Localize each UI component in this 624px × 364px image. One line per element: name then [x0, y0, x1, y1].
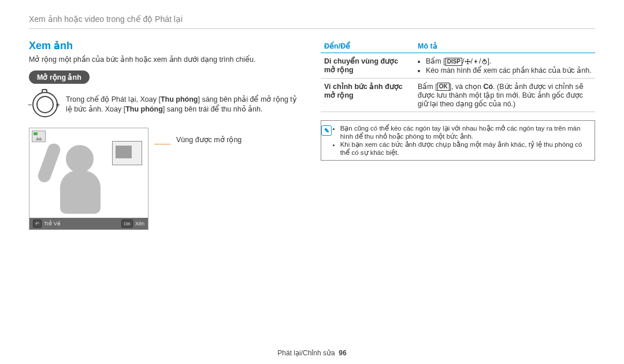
row1-label: Di chuyển vùng được mở rộng: [321, 53, 414, 79]
svg-point-3: [465, 61, 466, 62]
left-column: Xem ảnh Mở rộng một phần của bức ảnh hoặ…: [29, 39, 303, 230]
zoom-dial-icon: − +: [29, 90, 59, 120]
timer-icon: [481, 58, 488, 65]
svg-point-0: [466, 61, 469, 63]
lcd-bottom-bar: ↶ Trở Về OK Xén: [29, 218, 148, 229]
section-title: Xem ảnh: [29, 39, 303, 52]
note-item: Bạn cũng có thể kéo các ngón tay lại với…: [340, 124, 590, 140]
footer-section: Phát lại/Chỉnh sửa: [277, 349, 335, 357]
actions-table: Đến/Để Mô tả Di chuyển vùng được mở rộng…: [321, 39, 595, 112]
table-header-right: Mô tả: [414, 39, 595, 53]
table-row: Vi chỉnh bức ảnh được mở rộng Bấm [OK], …: [321, 78, 595, 112]
breadcrumb: Xem ảnh hoặc video trong chế độ Phát lại: [29, 14, 595, 29]
camera-lcd-preview: ↶ Trở Về OK Xén: [29, 128, 148, 230]
subsection-pill: Mở rộng ảnh: [29, 70, 90, 84]
table-header-left: Đến/Để: [321, 39, 414, 53]
back-label: Trở Về: [44, 221, 61, 226]
callout-line: [154, 144, 170, 144]
ok-button-icon: OK: [121, 220, 133, 228]
flower-icon: [465, 58, 471, 65]
note-item: Khi bạn xem các bức ảnh được chụp bằng m…: [340, 140, 590, 157]
disp-button-icon: DISP: [445, 58, 462, 66]
row2-label: Vi chỉnh bức ảnh được mở rộng: [321, 78, 414, 112]
svg-point-4: [469, 61, 470, 62]
thumbnail-icon: [32, 131, 46, 142]
row1-desc: Bấm [DISP///]. Kéo màn hình để xem các p…: [414, 53, 595, 79]
svg-point-2: [467, 63, 468, 64]
page-number: 96: [339, 349, 346, 357]
table-row: Di chuyển vùng được mở rộng Bấm [DISP///…: [321, 53, 595, 79]
person-silhouette: [38, 143, 113, 218]
dial-instruction: Trong chế độ Phát lại, Xoay [Thu phóng] …: [66, 95, 303, 115]
callout-label: Vùng được mở rộng: [176, 135, 242, 144]
info-icon: ✎: [321, 125, 332, 136]
ok-button-icon: OK: [437, 83, 450, 91]
row2-desc: Bấm [OK], và chọn Có. (Bức ảnh được vi c…: [414, 78, 595, 112]
minus-icon: −: [28, 101, 32, 109]
zoom-region-box: [112, 141, 142, 165]
note-box: ✎ Bạn cũng có thể kéo các ngón tay lại v…: [321, 120, 595, 161]
svg-marker-5: [474, 59, 478, 64]
svg-point-1: [467, 59, 468, 60]
plus-icon: +: [55, 101, 60, 109]
flash-icon: [473, 58, 479, 65]
right-column: Đến/Để Mô tả Di chuyển vùng được mở rộng…: [321, 39, 595, 230]
back-arrow-icon: ↶: [33, 220, 42, 228]
intro-text: Mở rộng một phần của bức ảnh hoặc xem ản…: [29, 55, 303, 64]
page-footer: Phát lại/Chỉnh sửa 96: [0, 349, 624, 357]
crop-label: Xén: [135, 221, 144, 226]
